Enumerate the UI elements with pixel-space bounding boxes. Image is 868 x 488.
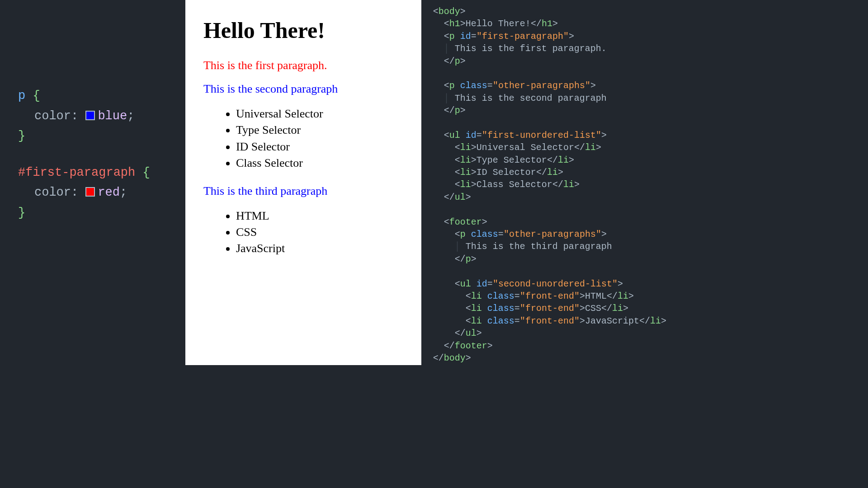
list-item: Universal Selector (236, 106, 403, 122)
paragraph-3: This is the third paragraph (203, 184, 403, 198)
semicolon: ; (127, 109, 134, 123)
brace-open: { (33, 89, 40, 103)
css-property: color (34, 186, 71, 199)
list-item: CSS (236, 224, 403, 240)
rendered-preview-panel: Hello There! This is the first paragraph… (185, 0, 421, 365)
page-heading: Hello There! (203, 17, 403, 43)
paragraph-2: This is the second paragraph (203, 82, 403, 96)
list-item: HTML (236, 208, 403, 224)
css-rule-1-close: } (18, 126, 172, 146)
css-code-panel: p { color: blue; } #first-paragraph { co… (0, 0, 185, 365)
list-item: JavaScript (236, 240, 403, 257)
css-rule-2: #first-paragraph { color: red; } (18, 163, 172, 223)
colon: : (71, 109, 85, 123)
list-2: HTML CSS JavaScript (236, 208, 403, 257)
html-code-panel: <body> <h1>Hello There!</h1> <p id="firs… (421, 0, 672, 365)
paragraph-1: This is the first paragraph. (203, 59, 403, 72)
css-value: blue (98, 109, 127, 123)
css-rule-2-selector-line: #first-paragraph { (18, 163, 172, 183)
brace-close: } (18, 206, 25, 220)
css-rule-1-declaration: color: blue; (18, 106, 172, 127)
css-selector: #first-paragraph (18, 166, 135, 179)
css-selector: p (18, 89, 25, 103)
css-rule-2-close: } (18, 203, 172, 223)
list-item: Class Selector (236, 155, 403, 171)
css-rule-2-declaration: color: red; (18, 183, 172, 203)
color-swatch-icon (85, 111, 95, 120)
colon: : (71, 186, 85, 199)
brace-close: } (18, 129, 25, 143)
css-value: red (98, 186, 120, 199)
css-rule-1: p { color: blue; } (18, 86, 172, 146)
list-item: ID Selector (236, 139, 403, 155)
color-swatch-icon (85, 187, 95, 197)
brace-open: { (142, 166, 150, 179)
css-property: color (34, 109, 71, 123)
semicolon: ; (120, 186, 127, 199)
css-rule-1-selector-line: p { (18, 86, 172, 106)
list-item: Type Selector (236, 122, 403, 138)
list-1: Universal Selector Type Selector ID Sele… (236, 106, 403, 172)
